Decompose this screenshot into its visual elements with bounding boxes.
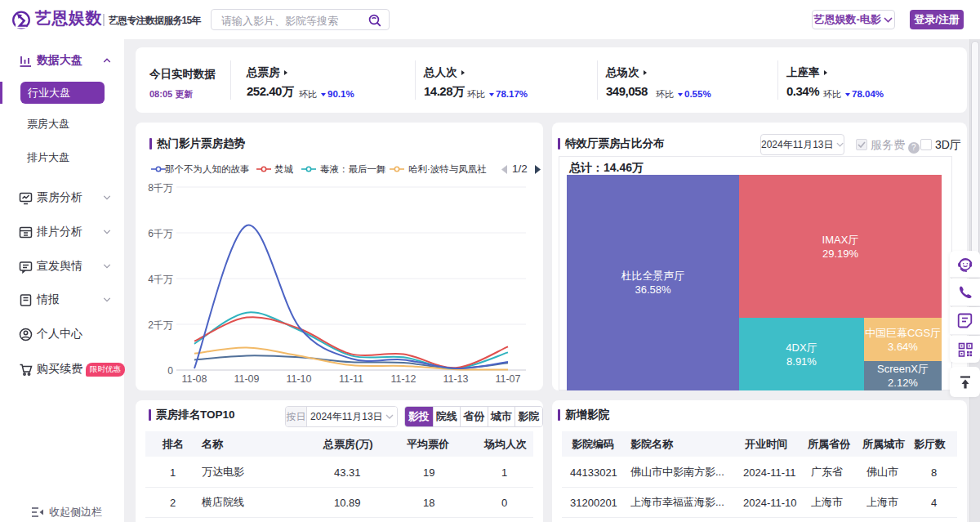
svg-text:11-08: 11-08 <box>181 373 207 385</box>
svg-text:11-13: 11-13 <box>443 373 468 385</box>
svg-text:2千万: 2千万 <box>148 319 173 331</box>
svg-text:11-11: 11-11 <box>339 373 363 385</box>
svg-text:11-10: 11-10 <box>286 373 311 385</box>
svg-text:8千万: 8千万 <box>148 182 173 194</box>
svg-text:11-09: 11-09 <box>234 373 259 385</box>
svg-text:0: 0 <box>167 365 173 377</box>
svg-text:6千万: 6千万 <box>148 228 173 239</box>
svg-text:11-12: 11-12 <box>390 373 416 385</box>
svg-text:4千万: 4千万 <box>148 274 173 285</box>
svg-text:11-07: 11-07 <box>495 373 520 385</box>
